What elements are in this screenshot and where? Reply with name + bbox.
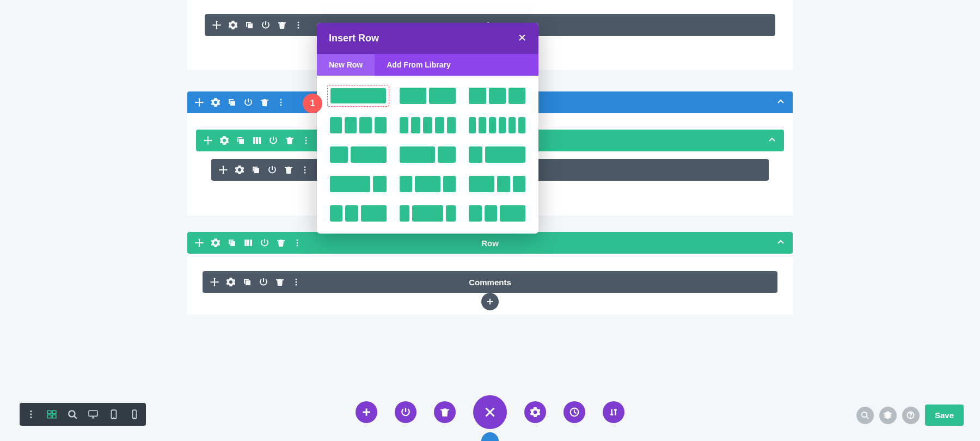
trash-icon[interactable] xyxy=(277,238,285,247)
duplicate-icon[interactable] xyxy=(252,166,260,174)
power-button[interactable] xyxy=(395,401,416,423)
toolbar-more-icon[interactable] xyxy=(26,409,36,419)
close-icon[interactable] xyxy=(518,33,526,44)
layout-3col[interactable] xyxy=(469,88,525,104)
help-save-bar: Save xyxy=(856,405,964,426)
find-icon[interactable] xyxy=(856,407,874,424)
layout-1-1-1-2[interactable] xyxy=(469,205,525,222)
tablet-view-icon[interactable] xyxy=(109,409,119,419)
annotation-step-1: 1 xyxy=(303,94,322,113)
module-comments-title: Comments xyxy=(469,278,511,287)
gear-icon[interactable] xyxy=(235,166,244,174)
move-icon[interactable] xyxy=(212,21,221,29)
duplicate-icon[interactable] xyxy=(243,278,252,286)
add-module-button[interactable] xyxy=(481,293,499,310)
swap-button[interactable] xyxy=(603,401,624,423)
columns-icon[interactable] xyxy=(253,136,261,145)
duplicate-icon[interactable] xyxy=(245,21,254,29)
move-icon[interactable] xyxy=(195,98,204,107)
insert-row-modal: Insert Row New Row Add From Library xyxy=(317,23,538,234)
row-header-2[interactable]: Row xyxy=(187,232,793,254)
power-icon[interactable] xyxy=(269,136,278,145)
trash-icon[interactable] xyxy=(285,136,294,145)
layers-icon[interactable] xyxy=(879,407,897,424)
view-toolbar xyxy=(20,403,146,426)
layout-1-2[interactable] xyxy=(330,146,387,163)
more-icon[interactable] xyxy=(293,238,302,247)
close-builder-button[interactable] xyxy=(473,395,507,429)
gear-icon[interactable] xyxy=(229,21,237,29)
layout-4col[interactable] xyxy=(330,117,387,133)
power-icon[interactable] xyxy=(260,238,269,247)
wireframe-view-icon[interactable] xyxy=(47,409,57,419)
zoom-icon[interactable] xyxy=(68,409,77,419)
chevron-up-icon[interactable] xyxy=(776,238,785,248)
layout-2col[interactable] xyxy=(400,88,456,104)
more-icon[interactable] xyxy=(302,136,310,145)
more-icon[interactable] xyxy=(301,166,309,174)
layout-5col[interactable] xyxy=(400,117,456,133)
history-button[interactable] xyxy=(564,401,585,423)
settings-button[interactable] xyxy=(524,401,546,423)
trash-button[interactable] xyxy=(434,401,456,423)
layout-1-1-2[interactable] xyxy=(330,205,387,222)
tab-add-from-library[interactable]: Add From Library xyxy=(375,54,462,76)
layout-3-1[interactable] xyxy=(330,176,387,192)
gear-icon[interactable] xyxy=(211,98,220,107)
save-button[interactable]: Save xyxy=(925,405,964,426)
module-comments-header[interactable]: Comments xyxy=(203,271,777,293)
move-icon[interactable] xyxy=(210,278,219,286)
power-icon[interactable] xyxy=(261,21,270,29)
duplicate-icon[interactable] xyxy=(228,238,236,247)
layout-1-3[interactable] xyxy=(469,146,525,163)
add-section-button[interactable] xyxy=(481,432,499,441)
layout-2-1-1[interactable] xyxy=(469,176,525,192)
gear-icon[interactable] xyxy=(226,278,235,286)
tab-new-row[interactable]: New Row xyxy=(317,54,375,76)
modal-title: Insert Row xyxy=(329,33,379,44)
power-icon[interactable] xyxy=(259,278,268,286)
duplicate-icon[interactable] xyxy=(236,136,245,145)
trash-icon[interactable] xyxy=(278,21,286,29)
more-icon[interactable] xyxy=(294,21,303,29)
layout-1col[interactable] xyxy=(327,85,389,107)
duplicate-icon[interactable] xyxy=(228,98,236,107)
move-icon[interactable] xyxy=(219,166,228,174)
power-icon[interactable] xyxy=(268,166,277,174)
trash-icon[interactable] xyxy=(275,278,284,286)
help-icon[interactable] xyxy=(902,407,920,424)
move-icon[interactable] xyxy=(195,238,204,247)
move-icon[interactable] xyxy=(204,136,212,145)
add-button[interactable] xyxy=(356,401,377,423)
more-icon[interactable] xyxy=(277,98,285,107)
chevron-up-icon[interactable] xyxy=(776,97,785,108)
desktop-view-icon[interactable] xyxy=(88,409,98,419)
more-icon[interactable] xyxy=(292,278,301,286)
columns-icon[interactable] xyxy=(244,238,253,247)
phone-view-icon[interactable] xyxy=(130,409,139,419)
chevron-up-icon[interactable] xyxy=(768,136,776,146)
layout-1-3-1[interactable] xyxy=(400,205,456,222)
trash-icon[interactable] xyxy=(284,166,293,174)
gear-icon[interactable] xyxy=(211,238,220,247)
power-icon[interactable] xyxy=(244,98,253,107)
layout-2-1[interactable] xyxy=(400,146,456,163)
row-title: Row xyxy=(481,238,499,248)
gear-icon[interactable] xyxy=(220,136,229,145)
trash-icon[interactable] xyxy=(260,98,269,107)
layout-1-2-1[interactable] xyxy=(400,176,456,192)
layout-6col[interactable] xyxy=(469,117,525,133)
main-action-bar xyxy=(356,395,624,429)
